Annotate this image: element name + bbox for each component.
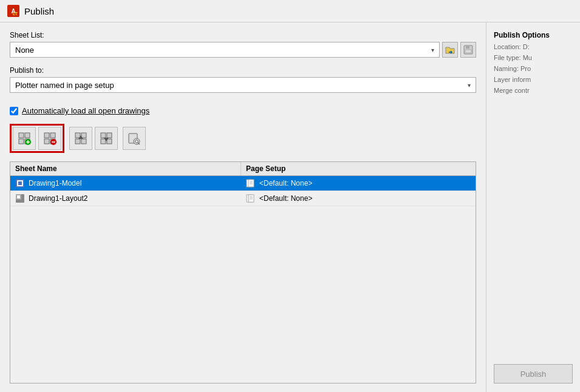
left-panel: Sheet List: None ▾ <box>0 22 486 392</box>
page-setup-cell: <Default: None> <box>241 176 476 191</box>
page-setup-cell: <Default: None> <box>241 191 476 206</box>
dialog-title: Publish <box>24 6 54 16</box>
title-bar: A LT Publish <box>0 0 580 22</box>
chevron-down-icon: ▾ <box>468 82 471 89</box>
svg-rect-3 <box>19 133 24 138</box>
sheet-list-group: Sheet List: None ▾ <box>10 31 476 58</box>
sheet-name-text: Drawing1-Model <box>29 179 81 188</box>
auto-load-label: Automatically load all open drawings <box>22 106 149 115</box>
layer-line: Layer inform <box>494 76 573 83</box>
svg-rect-4 <box>25 133 30 138</box>
table-row[interactable]: Drawing1-Model <Default: <box>10 176 476 191</box>
location-line: Location: D: <box>494 43 573 50</box>
chevron-down-icon: ▾ <box>431 47 434 53</box>
svg-rect-10 <box>44 133 49 138</box>
svg-rect-17 <box>81 133 86 138</box>
remove-sheet-button[interactable] <box>38 127 61 150</box>
publish-dialog: A LT Publish Sheet List: None ▾ <box>0 0 580 392</box>
publish-to-value: Plotter named in page setup <box>15 81 114 90</box>
add-sheet-button[interactable] <box>13 127 36 150</box>
toolbar-row <box>10 124 476 153</box>
svg-rect-32 <box>18 181 22 185</box>
dialog-body: Sheet List: None ▾ <box>0 22 580 392</box>
sheet-list-select[interactable]: None ▾ <box>10 42 440 58</box>
sheet-name-cell: Drawing1-Layout2 <box>10 191 241 206</box>
svg-rect-24 <box>107 139 112 144</box>
table-row[interactable]: Drawing1-Layout2 <Default <box>10 191 476 206</box>
merge-line: Merge contr <box>494 87 573 94</box>
sheet-name-cell: Drawing1-Model <box>10 176 241 191</box>
auto-load-row: Automatically load all open drawings <box>10 106 476 115</box>
svg-rect-11 <box>50 133 55 138</box>
publish-to-group: Publish to: Plotter named in page setup … <box>10 66 476 93</box>
svg-rect-5 <box>19 139 24 144</box>
model-icon <box>15 178 25 188</box>
publish-button[interactable]: Publish <box>494 364 573 384</box>
svg-rect-23 <box>101 139 106 144</box>
svg-rect-40 <box>17 195 20 198</box>
svg-rect-1 <box>466 46 469 49</box>
svg-rect-21 <box>101 133 106 138</box>
publish-options-title: Publish Options <box>494 31 573 39</box>
sheet-list-label: Sheet List: <box>10 31 476 39</box>
right-panel: Publish Options Location: D: File type: … <box>486 22 580 392</box>
col-page-setup: Page Setup <box>241 162 476 175</box>
save-sheet-list-button[interactable] <box>460 42 476 58</box>
page-setup-text: <Default: None> <box>259 194 312 203</box>
svg-rect-19 <box>81 139 86 144</box>
load-sheet-list-button[interactable] <box>442 42 458 58</box>
filetype-line: File type: Mu <box>494 54 573 61</box>
auto-load-checkbox[interactable] <box>10 107 18 115</box>
sheet-name-text: Drawing1-Layout2 <box>29 194 87 203</box>
sheet-table: Sheet Name Page Setup Drawing1-Mo <box>10 161 476 384</box>
page-setup-icon <box>246 194 256 203</box>
svg-rect-34 <box>248 180 254 187</box>
svg-rect-18 <box>75 139 80 144</box>
page-setup-text: <Default: None> <box>259 179 312 188</box>
svg-rect-2 <box>465 50 471 53</box>
svg-rect-42 <box>248 195 254 202</box>
table-header: Sheet Name Page Setup <box>10 162 476 176</box>
move-down-button[interactable] <box>95 127 118 150</box>
move-up-button[interactable] <box>69 127 92 150</box>
highlight-group <box>10 124 64 153</box>
page-setup-icon <box>246 178 256 188</box>
svg-rect-22 <box>107 133 112 138</box>
svg-rect-12 <box>44 139 49 144</box>
sheet-list-value: None <box>15 46 34 55</box>
svg-rect-16 <box>75 133 80 138</box>
publish-to-select[interactable]: Plotter named in page setup ▾ <box>10 77 476 93</box>
col-sheet-name: Sheet Name <box>10 162 241 175</box>
sheet-list-row: None ▾ <box>10 42 476 58</box>
publish-to-row: Plotter named in page setup ▾ <box>10 77 476 93</box>
app-icon: A LT <box>7 5 19 17</box>
layout-icon <box>15 194 25 203</box>
naming-line: Naming: Pro <box>494 65 573 72</box>
publish-to-label: Publish to: <box>10 66 476 75</box>
preview-button[interactable] <box>123 127 146 150</box>
